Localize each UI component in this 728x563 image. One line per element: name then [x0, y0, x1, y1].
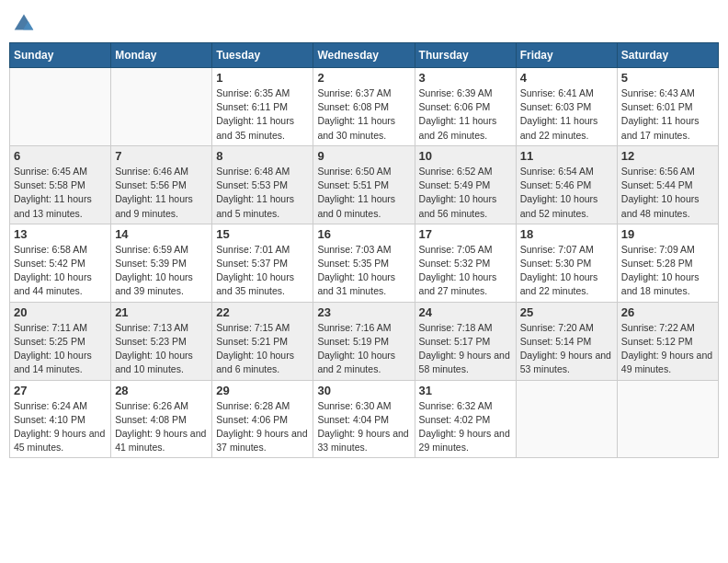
day-number: 5	[621, 71, 714, 85]
day-number: 6	[14, 149, 107, 163]
calendar-day-cell: 29 Sunrise: 6:28 AMSunset: 4:06 PMDaylig…	[212, 380, 313, 458]
day-info: Sunrise: 7:18 AMSunset: 5:17 PMDaylight:…	[419, 321, 512, 377]
calendar-week-row: 20 Sunrise: 7:11 AMSunset: 5:25 PMDaylig…	[10, 302, 719, 380]
day-number: 23	[317, 305, 410, 319]
calendar-day-cell: 26 Sunrise: 7:22 AMSunset: 5:12 PMDaylig…	[617, 302, 718, 380]
calendar-day-cell: 10 Sunrise: 6:52 AMSunset: 5:49 PMDaylig…	[415, 145, 516, 224]
calendar-week-row: 27 Sunrise: 6:24 AMSunset: 4:10 PMDaylig…	[10, 380, 719, 458]
day-info: Sunrise: 7:09 AMSunset: 5:28 PMDaylight:…	[621, 243, 714, 299]
day-number: 11	[520, 149, 613, 163]
day-number: 24	[419, 305, 512, 319]
calendar-day-cell	[516, 380, 617, 458]
calendar-day-cell: 3 Sunrise: 6:39 AMSunset: 6:06 PMDayligh…	[415, 68, 516, 146]
calendar-day-cell: 8 Sunrise: 6:48 AMSunset: 5:53 PMDayligh…	[212, 145, 313, 224]
day-info: Sunrise: 6:56 AMSunset: 5:44 PMDaylight:…	[621, 165, 714, 221]
day-info: Sunrise: 7:07 AMSunset: 5:30 PMDaylight:…	[520, 243, 613, 299]
calendar-day-cell: 27 Sunrise: 6:24 AMSunset: 4:10 PMDaylig…	[10, 380, 111, 458]
page-header	[9, 9, 719, 35]
weekday-header-cell: Friday	[516, 43, 617, 68]
calendar-day-cell: 23 Sunrise: 7:16 AMSunset: 5:19 PMDaylig…	[313, 302, 415, 380]
day-number: 30	[317, 384, 410, 397]
weekday-header-cell: Saturday	[617, 43, 718, 68]
day-number: 15	[216, 227, 309, 241]
weekday-header-cell: Wednesday	[313, 43, 415, 68]
day-number: 2	[317, 71, 410, 85]
day-number: 3	[419, 71, 512, 85]
calendar-day-cell	[617, 380, 718, 458]
day-info: Sunrise: 6:48 AMSunset: 5:53 PMDaylight:…	[216, 165, 309, 221]
day-info: Sunrise: 6:32 AMSunset: 4:02 PMDaylight:…	[419, 399, 512, 455]
calendar-day-cell: 1 Sunrise: 6:35 AMSunset: 6:11 PMDayligh…	[212, 68, 313, 146]
calendar-day-cell: 9 Sunrise: 6:50 AMSunset: 5:51 PMDayligh…	[313, 145, 415, 224]
day-info: Sunrise: 6:58 AMSunset: 5:42 PMDaylight:…	[14, 243, 107, 299]
calendar-day-cell: 13 Sunrise: 6:58 AMSunset: 5:42 PMDaylig…	[10, 224, 111, 302]
weekday-header-cell: Tuesday	[212, 43, 313, 68]
day-number: 22	[216, 305, 309, 319]
day-number: 17	[419, 227, 512, 241]
day-info: Sunrise: 7:16 AMSunset: 5:19 PMDaylight:…	[317, 321, 410, 377]
day-info: Sunrise: 6:28 AMSunset: 4:06 PMDaylight:…	[216, 399, 309, 455]
day-info: Sunrise: 7:03 AMSunset: 5:35 PMDaylight:…	[317, 243, 410, 299]
weekday-header-row: SundayMondayTuesdayWednesdayThursdayFrid…	[10, 43, 719, 68]
day-number: 19	[621, 227, 714, 241]
calendar-day-cell: 31 Sunrise: 6:32 AMSunset: 4:02 PMDaylig…	[415, 380, 516, 458]
calendar-day-cell: 5 Sunrise: 6:43 AMSunset: 6:01 PMDayligh…	[617, 68, 718, 146]
day-info: Sunrise: 7:11 AMSunset: 5:25 PMDaylight:…	[14, 321, 107, 377]
calendar-day-cell: 24 Sunrise: 7:18 AMSunset: 5:17 PMDaylig…	[415, 302, 516, 380]
logo-icon	[11, 9, 37, 35]
calendar-day-cell: 16 Sunrise: 7:03 AMSunset: 5:35 PMDaylig…	[313, 224, 415, 302]
day-info: Sunrise: 6:24 AMSunset: 4:10 PMDaylight:…	[14, 399, 107, 455]
calendar-day-cell: 15 Sunrise: 7:01 AMSunset: 5:37 PMDaylig…	[212, 224, 313, 302]
calendar-day-cell: 19 Sunrise: 7:09 AMSunset: 5:28 PMDaylig…	[617, 224, 718, 302]
day-number: 16	[317, 227, 410, 241]
day-info: Sunrise: 6:52 AMSunset: 5:49 PMDaylight:…	[419, 165, 512, 221]
weekday-header-cell: Monday	[111, 43, 212, 68]
day-info: Sunrise: 7:20 AMSunset: 5:14 PMDaylight:…	[520, 321, 613, 377]
calendar-week-row: 6 Sunrise: 6:45 AMSunset: 5:58 PMDayligh…	[10, 145, 719, 224]
day-number: 31	[419, 384, 512, 397]
day-number: 27	[14, 384, 107, 397]
day-info: Sunrise: 7:15 AMSunset: 5:21 PMDaylight:…	[216, 321, 309, 377]
calendar-day-cell: 25 Sunrise: 7:20 AMSunset: 5:14 PMDaylig…	[516, 302, 617, 380]
calendar-day-cell: 7 Sunrise: 6:46 AMSunset: 5:56 PMDayligh…	[111, 145, 212, 224]
calendar-day-cell: 11 Sunrise: 6:54 AMSunset: 5:46 PMDaylig…	[516, 145, 617, 224]
calendar-day-cell: 14 Sunrise: 6:59 AMSunset: 5:39 PMDaylig…	[111, 224, 212, 302]
day-info: Sunrise: 6:43 AMSunset: 6:01 PMDaylight:…	[621, 86, 714, 143]
day-info: Sunrise: 6:39 AMSunset: 6:06 PMDaylight:…	[419, 86, 512, 143]
day-info: Sunrise: 7:13 AMSunset: 5:23 PMDaylight:…	[115, 321, 208, 377]
day-info: Sunrise: 6:54 AMSunset: 5:46 PMDaylight:…	[520, 165, 613, 221]
calendar-day-cell: 4 Sunrise: 6:41 AMSunset: 6:03 PMDayligh…	[516, 68, 617, 146]
day-info: Sunrise: 6:37 AMSunset: 6:08 PMDaylight:…	[317, 86, 410, 143]
calendar-day-cell	[10, 68, 111, 146]
day-info: Sunrise: 6:45 AMSunset: 5:58 PMDaylight:…	[14, 165, 107, 221]
calendar-week-row: 1 Sunrise: 6:35 AMSunset: 6:11 PMDayligh…	[10, 68, 719, 146]
day-info: Sunrise: 6:41 AMSunset: 6:03 PMDaylight:…	[520, 86, 613, 143]
day-info: Sunrise: 6:50 AMSunset: 5:51 PMDaylight:…	[317, 165, 410, 221]
weekday-header-cell: Thursday	[415, 43, 516, 68]
weekday-header-cell: Sunday	[10, 43, 111, 68]
day-number: 25	[520, 305, 613, 319]
day-info: Sunrise: 6:59 AMSunset: 5:39 PMDaylight:…	[115, 243, 208, 299]
day-number: 20	[14, 305, 107, 319]
day-number: 1	[216, 71, 309, 85]
day-number: 9	[317, 149, 410, 163]
calendar-day-cell: 30 Sunrise: 6:30 AMSunset: 4:04 PMDaylig…	[313, 380, 415, 458]
day-number: 21	[115, 305, 208, 319]
day-number: 7	[115, 149, 208, 163]
calendar-table: SundayMondayTuesdayWednesdayThursdayFrid…	[9, 42, 719, 458]
day-number: 29	[216, 384, 309, 397]
day-number: 12	[621, 149, 714, 163]
calendar-day-cell: 18 Sunrise: 7:07 AMSunset: 5:30 PMDaylig…	[516, 224, 617, 302]
calendar-day-cell: 12 Sunrise: 6:56 AMSunset: 5:44 PMDaylig…	[617, 145, 718, 224]
calendar-day-cell: 2 Sunrise: 6:37 AMSunset: 6:08 PMDayligh…	[313, 68, 415, 146]
calendar-day-cell: 20 Sunrise: 7:11 AMSunset: 5:25 PMDaylig…	[10, 302, 111, 380]
day-info: Sunrise: 7:05 AMSunset: 5:32 PMDaylight:…	[419, 243, 512, 299]
day-number: 26	[621, 305, 714, 319]
logo	[9, 9, 37, 35]
day-info: Sunrise: 6:46 AMSunset: 5:56 PMDaylight:…	[115, 165, 208, 221]
calendar-day-cell: 28 Sunrise: 6:26 AMSunset: 4:08 PMDaylig…	[111, 380, 212, 458]
calendar-day-cell: 6 Sunrise: 6:45 AMSunset: 5:58 PMDayligh…	[10, 145, 111, 224]
day-number: 18	[520, 227, 613, 241]
day-number: 28	[115, 384, 208, 397]
calendar-week-row: 13 Sunrise: 6:58 AMSunset: 5:42 PMDaylig…	[10, 224, 719, 302]
